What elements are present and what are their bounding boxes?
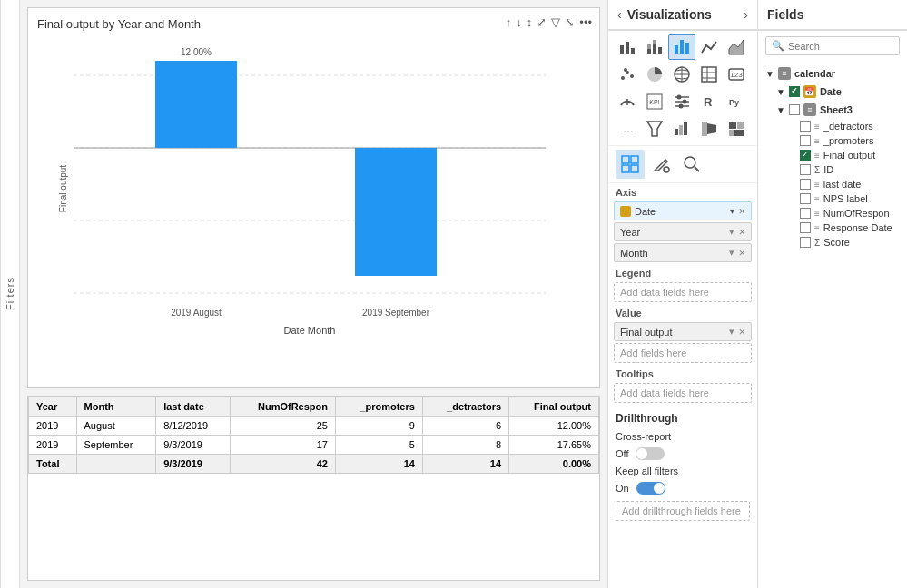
sort-asc-icon[interactable]: ↑	[506, 15, 512, 29]
svg-text:-17.65%: -17.65%	[379, 278, 412, 288]
axis-year-chip[interactable]: Year ▾ ×	[614, 222, 752, 241]
year-chip-remove[interactable]: ×	[738, 226, 745, 238]
month-chip-remove[interactable]: ×	[738, 247, 745, 259]
line-chart-icon[interactable]	[695, 34, 723, 60]
finaloutput-checkbox[interactable]	[800, 150, 811, 161]
kpi-icon[interactable]: KPI	[641, 89, 668, 114]
date-group-header[interactable]: ▼ 📅 Date	[769, 83, 907, 101]
treemap-icon[interactable]	[723, 116, 750, 142]
id-label: ID	[823, 164, 833, 175]
add-drillthrough-btn[interactable]: Add drillthrough fields here	[616, 501, 750, 521]
format-paint-icon[interactable]	[646, 150, 675, 179]
sheet3-checkbox[interactable]	[789, 104, 800, 115]
viz-panel-expand-arrow[interactable]: ›	[744, 7, 748, 22]
date-chip-down[interactable]: ▾	[730, 206, 734, 216]
right-side-panel: ‹ Visualizations › Fields	[607, 0, 907, 588]
viz-panel-header: ‹ Visualizations ›	[608, 0, 758, 29]
npslabel-checkbox[interactable]	[800, 193, 811, 204]
keep-filters-track[interactable]	[636, 482, 665, 495]
field-npslabel[interactable]: ≡ NPS label	[780, 191, 907, 206]
axis-date-chip[interactable]: Date ▾ ×	[614, 201, 752, 220]
responsedate-checkbox[interactable]	[800, 222, 811, 233]
svg-point-64	[664, 167, 669, 172]
date-checkbox[interactable]	[789, 86, 800, 97]
keep-filters-switch[interactable]	[636, 482, 665, 495]
bar-chart-icon[interactable]	[614, 34, 641, 60]
year-chip-expand[interactable]: ▾	[729, 226, 734, 238]
lastdate-checkbox[interactable]	[800, 179, 811, 190]
svg-point-30	[630, 74, 634, 78]
focus-icon[interactable]: ⤡	[565, 15, 575, 29]
analytics-search-icon[interactable]	[677, 150, 706, 179]
filter-icon[interactable]: ▽	[551, 15, 560, 29]
axis-month-chip[interactable]: Month ▾ ×	[614, 243, 752, 262]
funnel-icon[interactable]	[641, 116, 668, 142]
svg-line-66	[695, 167, 699, 172]
pie-icon[interactable]	[641, 62, 668, 87]
filters-strip[interactable]: Filters	[0, 0, 20, 588]
table-icon[interactable]	[695, 62, 723, 87]
date-chip-remove[interactable]: ×	[738, 204, 745, 218]
field-id[interactable]: Σ ID	[780, 162, 907, 177]
date-label: Date	[820, 86, 842, 97]
field-responsedate[interactable]: ≡ Response Date	[780, 220, 907, 235]
id-checkbox[interactable]	[800, 164, 811, 175]
value-placeholder[interactable]: Add fields here	[614, 343, 752, 363]
calendar-group-header[interactable]: ▼ ≡ calendar	[758, 64, 907, 83]
gauge-icon[interactable]	[614, 89, 641, 114]
chart-container: Final output by Year and Month ↑ ↓ ↕ ⤢ ▽…	[27, 7, 600, 388]
field-promoters[interactable]: ≡ _promoters	[780, 133, 907, 148]
left-content: Final output by Year and Month ↑ ↓ ↕ ⤢ ▽…	[20, 0, 607, 588]
area-chart-icon[interactable]	[723, 34, 750, 60]
score-checkbox[interactable]	[800, 237, 811, 248]
card-icon[interactable]: 123	[723, 62, 750, 87]
numofrespon-checkbox[interactable]	[800, 208, 811, 219]
cell-total-final: 0.00%	[509, 455, 599, 474]
viz-panel-title: Visualizations	[622, 7, 744, 22]
field-lastdate[interactable]: ≡ last date	[780, 177, 907, 191]
id-sigma-icon: Σ	[814, 165, 820, 175]
month-chip-expand[interactable]: ▾	[729, 247, 734, 259]
value-finaloutput-chip[interactable]: Final output ▾ ×	[614, 322, 752, 341]
drill-icon[interactable]: ⤢	[537, 15, 547, 29]
py-visual-icon[interactable]: Py	[723, 89, 750, 114]
active-chart-icon[interactable]	[668, 34, 695, 60]
sheet3-group-header[interactable]: ▼ ≡ Sheet3	[769, 101, 907, 119]
map-icon[interactable]	[668, 62, 695, 87]
scatter-icon[interactable]	[614, 62, 641, 87]
slicer-icon[interactable]	[668, 89, 695, 114]
score-label: Score	[823, 237, 850, 248]
promoters-checkbox[interactable]	[800, 135, 811, 146]
waterfall-icon[interactable]	[668, 116, 695, 142]
finaloutput-chip-remove[interactable]: ×	[738, 326, 745, 338]
legend-placeholder[interactable]: Add data fields here	[614, 282, 752, 302]
field-finaloutput[interactable]: ≡ Final output	[780, 148, 907, 162]
ribbon-icon[interactable]	[695, 116, 723, 142]
expand-icon[interactable]: ↕	[527, 15, 533, 29]
cell-total-month	[76, 455, 156, 474]
more-visuals-icon[interactable]: …	[614, 116, 641, 142]
cross-report-track[interactable]	[636, 447, 665, 460]
finaloutput-chip-expand[interactable]: ▾	[729, 326, 734, 338]
col-lastdate: last date	[156, 397, 231, 416]
field-score[interactable]: Σ Score	[780, 235, 907, 250]
stacked-bar-icon[interactable]	[641, 34, 668, 60]
npslabel-label: NPS label	[823, 193, 868, 204]
r-visual-icon[interactable]: R	[695, 89, 723, 114]
detractors-checkbox[interactable]	[800, 121, 811, 132]
field-numofrespon[interactable]: ≡ NumOfRespon	[780, 206, 907, 220]
fields-format-icon[interactable]	[616, 150, 645, 179]
svg-point-48	[679, 104, 684, 109]
sort-desc-icon[interactable]: ↓	[516, 15, 522, 29]
cell-final-2: -17.65%	[509, 436, 599, 455]
date-icon: 📅	[803, 85, 816, 98]
svg-rect-53	[675, 129, 678, 135]
cell-detractors-1: 6	[422, 416, 508, 436]
svg-point-65	[685, 157, 695, 168]
format-icons-row	[608, 145, 757, 183]
more-icon[interactable]: •••	[579, 15, 592, 29]
search-input[interactable]	[788, 41, 893, 52]
field-detractors[interactable]: ≡ _detractors	[780, 119, 907, 133]
cross-report-switch[interactable]	[636, 447, 665, 460]
tooltips-placeholder[interactable]: Add data fields here	[614, 383, 752, 403]
